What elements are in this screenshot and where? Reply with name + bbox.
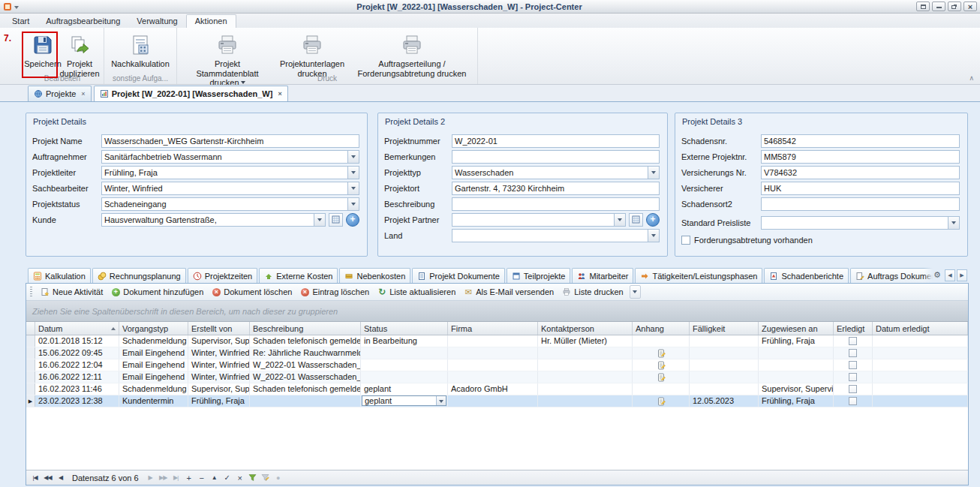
chevron-down-icon[interactable] [614, 214, 625, 226]
quick-access-caret-icon[interactable] [14, 6, 19, 11]
chevron-down-icon[interactable] [347, 182, 359, 194]
beschreibung-input[interactable] [452, 197, 660, 211]
status-editor[interactable]: geplant [362, 395, 446, 406]
ribbon-tab-aktionen[interactable]: Aktionen [186, 14, 236, 28]
auftragnehmer-select[interactable]: Sanitärfachbetrieb Wassermann [101, 150, 359, 164]
chevron-down-icon[interactable] [648, 230, 659, 242]
projektleiter-select[interactable]: Frühling, Fraja [101, 166, 359, 179]
tab-teilprojekte[interactable]: Teilprojekte [507, 268, 571, 283]
col-erledigt[interactable]: Erledigt [834, 322, 873, 335]
col-faelligkeit[interactable]: Fälligkeit [690, 322, 759, 335]
tab-projektzeiten[interactable]: Projektzeiten [188, 268, 258, 283]
schadensnr-input[interactable]: 5468542 [761, 134, 960, 148]
filter-icon[interactable] [247, 472, 258, 483]
col-vorgangstyp[interactable]: Vorgangstyp [119, 322, 188, 335]
nav-cancel-button[interactable] [234, 472, 245, 483]
schadensort2-input[interactable] [761, 197, 960, 211]
col-datum-erledigt[interactable]: Datum erledigt [873, 322, 968, 335]
liste-aktualisieren-button[interactable]: Liste aktualisieren [374, 286, 459, 298]
tab-scroll-right-button[interactable]: ▶ [957, 269, 967, 281]
projekt-partner-lookup-button[interactable] [629, 213, 643, 227]
speichern-button[interactable]: Speichern [26, 32, 60, 71]
chevron-down-icon[interactable] [347, 198, 359, 210]
ribbon-tab-auftragsbearbeitung[interactable]: Auftragsbearbeitung [38, 15, 128, 28]
window-popout-button[interactable] [916, 2, 930, 11]
minimize-button[interactable] [932, 2, 945, 11]
col-status[interactable]: Status [361, 322, 448, 335]
auftragserteilung-drucken-button[interactable]: Auftragserteilung / Forderungsabtretung … [351, 32, 473, 80]
projekt-partner-add-button[interactable] [646, 213, 660, 227]
toolbar-grip[interactable] [30, 287, 32, 297]
tab-nebenkosten[interactable]: Nebenkosten [339, 268, 410, 283]
restore-button[interactable] [948, 2, 961, 11]
erledigt-checkbox[interactable] [849, 361, 857, 369]
standard-preisliste-select[interactable] [761, 216, 960, 230]
nav-next-button[interactable] [145, 472, 156, 483]
nav-prev-page-button[interactable] [42, 472, 53, 483]
col-datum[interactable]: Datum [35, 322, 119, 335]
erledigt-checkbox[interactable] [849, 337, 857, 345]
kunde-add-button[interactable] [346, 213, 359, 227]
projektnummer-input[interactable]: W_2022-01 [452, 134, 660, 148]
erledigt-checkbox[interactable] [849, 397, 857, 405]
tab-projekt-dokumente[interactable]: Projekt Dokumente [412, 268, 505, 283]
erledigt-checkbox[interactable] [849, 349, 857, 357]
chevron-down-icon[interactable] [314, 214, 325, 226]
projektunterlagen-drucken-button[interactable]: Projektunterlagen drucken [273, 32, 351, 80]
doc-tab-projekt-w2022[interactable]: Projekt [W_2022-01] [Wasserschaden_W] [94, 86, 288, 101]
doc-tab-projekte[interactable]: Projekte [28, 86, 92, 101]
ribbon-collapse-chevron[interactable]: ∧ [969, 74, 974, 82]
nav-endedit-button[interactable] [221, 472, 233, 483]
col-erstellt-von[interactable]: Erstellt von [188, 322, 250, 335]
toolbar-overflow-button[interactable] [630, 285, 641, 299]
erledigt-checkbox[interactable] [849, 385, 857, 393]
table-row[interactable]: 15.06.2022 09:45 Email Eingehend Winter,… [26, 347, 968, 359]
bemerkungen-input[interactable] [452, 150, 660, 164]
tab-mitarbeiter[interactable]: Mitarbeiter [572, 268, 633, 283]
tab-externe-kosten[interactable]: Externe Kosten [259, 268, 338, 283]
chevron-down-icon[interactable] [948, 217, 959, 229]
forderungsabtretung-checkbox[interactable] [681, 236, 690, 245]
neue-aktivitaet-button[interactable]: Neue Aktivität [37, 286, 107, 298]
col-beschreibung[interactable]: Beschreibung [250, 322, 361, 335]
tab-taetigkeiten[interactable]: Tätigkeiten/Leistungsphasen [635, 268, 762, 283]
projekt-partner-select[interactable] [452, 213, 626, 227]
chevron-down-icon[interactable] [347, 167, 359, 179]
chevron-down-icon[interactable] [347, 151, 359, 163]
tab-scroll-left-button[interactable]: ◀ [945, 269, 955, 281]
nav-first-button[interactable] [29, 472, 41, 483]
tab-kalkulation[interactable]: Kalkulation [28, 268, 91, 283]
tab-rechnungsplanung[interactable]: Rechnungsplanung [92, 268, 186, 283]
nav-edit-button[interactable] [209, 472, 220, 483]
col-zugewiesen-an[interactable]: Zugewiesen an [759, 322, 834, 335]
col-kontaktperson[interactable]: Kontaktperson [538, 322, 633, 335]
table-row[interactable]: 02.01.2018 15:12 Schadenmeldung Supervis… [26, 335, 968, 347]
kunde-lookup-button[interactable] [329, 213, 343, 227]
nav-last-button[interactable] [170, 472, 182, 483]
versicherungs-nr-input[interactable]: V784632 [761, 166, 960, 179]
sachbearbeiter-select[interactable]: Winter, Winfried [101, 182, 359, 195]
group-by-panel[interactable]: Ziehen Sie eine Spaltenüberschrift in di… [26, 301, 968, 322]
projekt-duplizieren-button[interactable]: Projekt duplizieren [60, 32, 99, 80]
nachkalkulation-button[interactable]: Nachkalkulation [109, 32, 172, 71]
ribbon-tab-verwaltung[interactable]: Verwaltung [128, 15, 185, 28]
tab-schadenberichte[interactable]: Schadenberichte [764, 268, 849, 283]
als-email-versenden-button[interactable]: Als E-Mail versenden [460, 286, 558, 298]
dokument-hinzufuegen-button[interactable]: Dokument hinzufügen [107, 286, 207, 298]
chevron-down-icon[interactable] [436, 396, 446, 405]
tab-close-icon[interactable] [81, 90, 85, 98]
table-row[interactable]: 16.02.2023 11:46 Schadenmeldung Supervis… [26, 383, 968, 395]
projekttyp-select[interactable]: Wasserschaden [452, 166, 660, 179]
liste-drucken-button[interactable]: Liste drucken [558, 286, 627, 298]
projektstatus-select[interactable]: Schadeneingang [101, 197, 359, 211]
nav-append-button[interactable] [183, 472, 194, 483]
filter-edit-icon[interactable] [260, 472, 271, 483]
erledigt-checkbox[interactable] [849, 373, 857, 381]
close-button[interactable] [963, 2, 977, 11]
table-row[interactable]: 16.06.2022 12:04 Email Eingehend Winter,… [26, 359, 968, 371]
col-firma[interactable]: Firma [448, 322, 538, 335]
dokument-loeschen-button[interactable]: Dokument löschen [208, 286, 296, 298]
versicherer-input[interactable]: HUK [761, 182, 960, 195]
col-anhang[interactable]: Anhang [633, 322, 690, 335]
chevron-down-icon[interactable] [648, 167, 659, 179]
